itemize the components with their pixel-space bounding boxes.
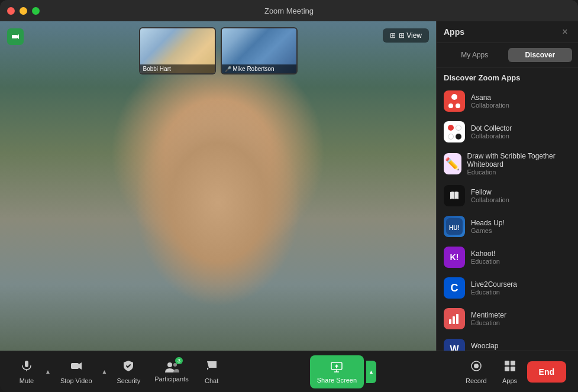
app-item-draw-scribble[interactable]: ✏️ Draw with Scribble Together Whiteboar…	[441, 147, 573, 180]
thumbnail-label-1: Bobbi Hart	[140, 64, 215, 73]
participants-label: Participants	[154, 375, 188, 383]
toolbar-center-group: Share Screen ▲	[310, 355, 376, 388]
svg-rect-22	[511, 367, 515, 371]
thumbnail-bobbi-hart[interactable]: Bobbi Hart	[139, 27, 216, 74]
svg-rect-7	[25, 361, 28, 367]
apps-panel-header: Apps ×	[437, 21, 578, 43]
close-button[interactable]	[7, 7, 15, 15]
asana-category: Collaboration	[471, 102, 509, 109]
svg-rect-19	[505, 361, 509, 365]
kahoot-info: Kahoot! Education	[471, 250, 500, 265]
svg-text:HU!: HU!	[449, 225, 460, 231]
live2coursera-category: Education	[471, 289, 517, 296]
tab-discover[interactable]: Discover	[508, 48, 573, 62]
apps-panel-title: Apps	[444, 27, 464, 37]
svg-marker-10	[79, 362, 82, 370]
traffic-lights	[7, 7, 40, 15]
live2coursera-icon: C	[444, 277, 465, 299]
minimize-button[interactable]	[20, 7, 27, 15]
asana-info: Asana Collaboration	[471, 93, 509, 109]
participant-name-1: Bobbi Hart	[143, 66, 171, 72]
stop-video-label: Stop Video	[60, 377, 92, 384]
record-button[interactable]: Record	[460, 357, 492, 387]
svg-point-11	[167, 362, 172, 367]
main-video: Bobbi Hart 🎤 Mike Robertson ⊞ ⊞ View	[0, 21, 436, 351]
end-label: End	[539, 367, 554, 377]
draw-scribble-category: Education	[467, 169, 571, 176]
app-item-heads-up[interactable]: HU! Heads Up! Games	[441, 211, 573, 242]
video-chevron[interactable]: ▲	[101, 368, 109, 375]
apps-panel: Apps × My Apps Discover Discover Zoom Ap…	[436, 21, 578, 351]
dot-collector-category: Collaboration	[471, 132, 512, 140]
apps-tabs: My Apps Discover	[437, 43, 578, 67]
thumbnail-label-2: 🎤 Mike Robertson	[222, 64, 296, 73]
svg-rect-4	[449, 319, 451, 324]
wooclap-info: Wooclap Education	[471, 342, 500, 351]
chat-button[interactable]: Chat	[197, 357, 227, 387]
wooclap-name: Wooclap	[471, 342, 500, 350]
zoom-window: Zoom Meeting Bobbi	[0, 0, 578, 392]
toolbar: Mute ▲ Stop Video ▲	[0, 351, 578, 392]
svg-rect-6	[456, 314, 458, 324]
dot-collector-name: Dot Collector	[471, 124, 512, 132]
app-item-dot-collector[interactable]: Dot Collector Collaboration	[441, 116, 573, 147]
apps-list: Asana Collaboration	[437, 86, 578, 351]
share-screen-label: Share Screen	[317, 377, 357, 384]
chat-icon	[205, 359, 218, 375]
mute-button[interactable]: Mute	[12, 357, 41, 387]
view-button[interactable]: ⊞ ⊞ View	[383, 28, 429, 43]
discover-section-title: Discover Zoom Apps	[437, 67, 578, 86]
mute-chevron[interactable]: ▲	[44, 368, 52, 375]
app-item-kahoot[interactable]: K! Kahoot! Education	[441, 242, 573, 273]
stop-video-button[interactable]: Stop Video	[54, 357, 98, 387]
mentimeter-name: Mentimeter	[471, 311, 506, 319]
apps-panel-close-button[interactable]: ×	[559, 26, 571, 38]
fellow-name: Fellow	[471, 188, 509, 196]
kahoot-category: Education	[471, 258, 500, 265]
app-item-wooclap[interactable]: W Wooclap Education	[441, 334, 573, 351]
mute-label: Mute	[20, 377, 34, 384]
muted-mic-icon: 🎤	[225, 66, 231, 72]
kahoot-icon: K!	[444, 247, 465, 268]
security-label: Security	[117, 377, 140, 384]
app-item-fellow[interactable]: Fellow Collaboration	[441, 180, 573, 211]
participants-button[interactable]: 3 Participants	[148, 358, 194, 385]
video-area: Bobbi Hart 🎤 Mike Robertson ⊞ ⊞ View	[0, 21, 436, 351]
app-item-mentimeter[interactable]: Mentimeter Education	[441, 303, 573, 334]
asana-name: Asana	[471, 93, 509, 102]
security-button[interactable]: Security	[111, 357, 146, 387]
end-button[interactable]: End	[527, 361, 566, 383]
share-screen-icon	[330, 360, 343, 375]
app-item-live2coursera[interactable]: C Live2Coursera Education	[441, 273, 573, 303]
fullscreen-button[interactable]	[32, 7, 40, 15]
chat-label: Chat	[205, 377, 218, 384]
apps-button[interactable]: Apps	[495, 357, 525, 387]
toolbar-left-group: Mute ▲ Stop Video ▲	[12, 357, 227, 387]
share-screen-button[interactable]: Share Screen	[310, 355, 364, 388]
participant-name-2: Mike Robertson	[233, 66, 275, 72]
kahoot-name: Kahoot!	[471, 250, 500, 258]
mentimeter-icon	[444, 308, 465, 329]
share-screen-chevron[interactable]: ▲	[366, 361, 376, 383]
asana-icon	[444, 90, 465, 112]
app-item-asana[interactable]: Asana Collaboration	[441, 86, 573, 116]
tab-my-apps[interactable]: My Apps	[443, 48, 507, 62]
svg-point-18	[474, 364, 479, 368]
heads-up-icon: HU!	[444, 216, 465, 237]
wooclap-category: Education	[471, 350, 500, 351]
svg-marker-1	[17, 34, 19, 39]
svg-rect-0	[12, 35, 17, 38]
participants-icon-wrapper: 3	[164, 361, 179, 374]
view-icon: ⊞	[390, 31, 396, 40]
dot-collector-info: Dot Collector Collaboration	[471, 124, 512, 140]
draw-scribble-icon: ✏️	[444, 153, 461, 174]
fellow-info: Fellow Collaboration	[471, 188, 509, 203]
toolbar-right-group: Record Apps End	[460, 357, 566, 387]
thumbnail-mike-robertson[interactable]: 🎤 Mike Robertson	[221, 27, 298, 74]
dot-collector-icon	[444, 121, 465, 142]
mentimeter-category: Education	[471, 319, 506, 326]
draw-scribble-info: Draw with Scribble Together Whiteboard E…	[467, 152, 571, 176]
participants-count-badge: 3	[175, 357, 183, 364]
record-label: Record	[466, 377, 486, 384]
titlebar: Zoom Meeting	[0, 0, 578, 21]
